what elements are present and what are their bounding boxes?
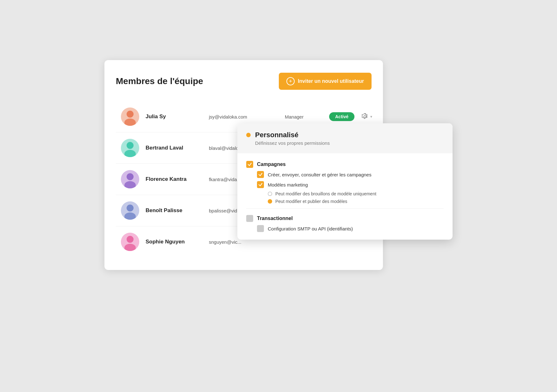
member-name: Florence Kantra: [146, 176, 203, 182]
member-email: snguyen@vic...: [209, 239, 278, 245]
perm-section-header: Campagnes: [246, 161, 444, 168]
radio-group: Peut modifier des brouillons de modèle u…: [268, 191, 444, 204]
plus-icon: +: [286, 77, 295, 85]
perm-item-label: Modèles marketing: [268, 182, 308, 187]
item-checkbox-checked[interactable]: [257, 171, 264, 178]
avatar: [121, 233, 139, 251]
perm-section-header: Transactionnel: [246, 215, 444, 222]
permissions-title: Personnalisé: [255, 131, 330, 139]
selected-indicator: [246, 133, 251, 137]
svg-point-4: [127, 173, 134, 180]
item-checkbox-unchecked[interactable]: [257, 225, 264, 232]
svg-point-6: [127, 205, 134, 211]
avatar: [121, 139, 139, 157]
svg-point-0: [127, 111, 134, 118]
svg-point-9: [124, 244, 136, 251]
svg-point-2: [127, 142, 134, 149]
svg-point-7: [124, 212, 136, 220]
perm-section-transactionnel: TransactionnelConfiguration SMTP ou API …: [246, 215, 444, 232]
scene: Membres de l'équipe + Inviter un nouvel …: [104, 60, 453, 332]
radio-unselected: [268, 192, 272, 196]
member-name: Benoît Palisse: [146, 207, 203, 214]
permissions-body: CampagnesCréer, envoyer, consulter et gé…: [237, 153, 453, 240]
divider: [246, 208, 444, 209]
invite-user-button[interactable]: + Inviter un nouvel utilisateur: [279, 73, 372, 90]
permissions-title-block: Personnalisé Définissez vos propres perm…: [255, 131, 330, 146]
perm-item: Configuration SMTP ou API (identifiants): [257, 225, 444, 232]
radio-item[interactable]: Peut modifier des brouillons de modèle u…: [268, 191, 444, 196]
perm-section-label: Campagnes: [257, 162, 286, 167]
item-checkbox-checked[interactable]: [257, 181, 264, 188]
member-name: Sophie Nguyen: [146, 239, 203, 245]
settings-button[interactable]: ▾: [361, 113, 372, 121]
status-badge: Activé: [329, 112, 354, 121]
team-header: Membres de l'équipe + Inviter un nouvel …: [116, 73, 372, 90]
perm-item: Modèles marketing: [257, 181, 444, 188]
gear-icon: [361, 113, 369, 121]
member-role: Manager: [285, 114, 323, 119]
perm-item-label: Créer, envoyer, consulter et gérer les c…: [268, 172, 372, 177]
perm-item: Créer, envoyer, consulter et gérer les c…: [257, 171, 444, 178]
member-name: Julia Sy: [146, 113, 203, 120]
checkbox-checked[interactable]: [246, 161, 253, 168]
permissions-card: Personnalisé Définissez vos propres perm…: [237, 123, 453, 240]
member-name: Bertrand Laval: [146, 145, 203, 151]
dropdown-arrow-icon: ▾: [370, 114, 372, 119]
avatar: [121, 170, 139, 188]
avatar: [121, 107, 139, 126]
svg-point-3: [124, 150, 136, 157]
permissions-subtitle: Définissez vos propres permissions: [255, 140, 330, 146]
avatar: [121, 201, 139, 220]
permissions-header: Personnalisé Définissez vos propres perm…: [237, 123, 453, 153]
svg-point-1: [124, 119, 136, 126]
perm-section-campagnes: CampagnesCréer, envoyer, consulter et gé…: [246, 161, 444, 210]
perm-section-label: Transactionnel: [257, 216, 293, 221]
radio-item[interactable]: Peut modifier et publier des modèles: [268, 199, 444, 204]
radio-label: Peut modifier et publier des modèles: [275, 199, 347, 204]
radio-selected: [268, 199, 272, 204]
perm-item-label: Configuration SMTP ou API (identifiants): [268, 226, 353, 231]
page-title: Membres de l'équipe: [116, 76, 203, 86]
member-email: jsy@vidaloka.com: [209, 114, 278, 119]
checkbox-unchecked[interactable]: [246, 215, 253, 222]
radio-label: Peut modifier des brouillons de modèle u…: [275, 191, 376, 196]
invite-button-label: Inviter un nouvel utilisateur: [298, 78, 364, 84]
svg-point-8: [127, 236, 134, 243]
svg-point-5: [124, 181, 136, 188]
